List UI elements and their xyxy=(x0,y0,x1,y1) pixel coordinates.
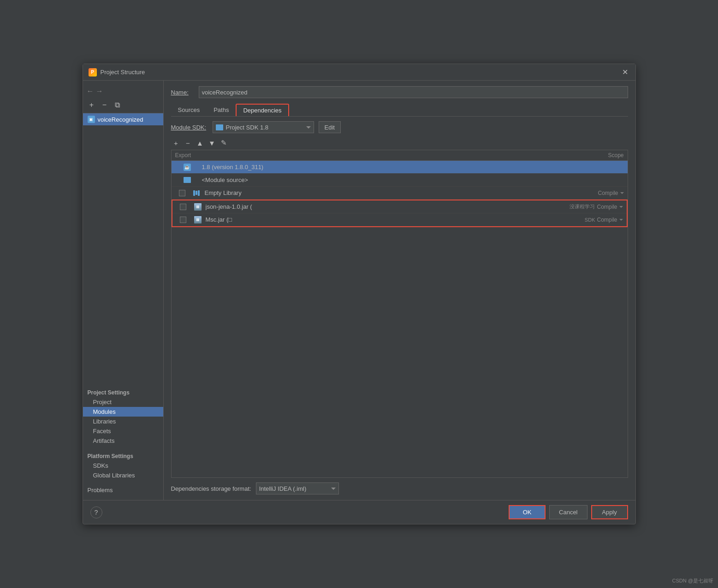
sdk-dropdown[interactable]: Project SDK 1.8 xyxy=(213,121,314,133)
nav-libraries[interactable]: Libraries xyxy=(83,417,163,426)
forward-button[interactable]: → xyxy=(96,87,103,95)
title-bar-left: P Project Structure xyxy=(89,68,145,76)
deps-row-scope-empty-lib: Compile xyxy=(587,190,624,196)
dialog-body: ← → + − ⧉ ▣ voiceRecognized Project Sett… xyxy=(83,81,635,500)
edit-sdk-button[interactable]: Edit xyxy=(319,121,341,133)
app-icon: P xyxy=(89,68,97,76)
nav-facets[interactable]: Facets xyxy=(83,426,163,436)
dialog-title: Project Structure xyxy=(101,69,145,76)
scope-dropdown-arrow-msc[interactable] xyxy=(619,219,623,221)
storage-dropdown[interactable]: IntelliJ IDEA (.iml) xyxy=(256,482,339,494)
storage-format-row: Dependencies storage format: IntelliJ ID… xyxy=(171,482,628,494)
scope-value-empty-lib: Compile xyxy=(598,190,618,196)
deps-row-json-jena[interactable]: ▦ json-jena-1.0.jar ( 没课程学习 Compile xyxy=(172,200,627,213)
left-toolbar: + − ⧉ xyxy=(83,97,163,113)
apply-button[interactable]: Apply xyxy=(591,505,628,519)
deps-row-scope-json-jena: 没课程学习 Compile xyxy=(570,203,623,210)
folder-icon xyxy=(216,124,223,130)
library-icon xyxy=(193,189,201,197)
deps-row-name-msc-jar: Msc.jar (□ xyxy=(206,216,582,223)
sdk-row: Module SDK: Project SDK 1.8 Edit xyxy=(171,121,628,133)
add-module-button[interactable]: + xyxy=(87,100,97,110)
close-button[interactable]: ✕ xyxy=(621,68,630,77)
tab-sources[interactable]: Sources xyxy=(171,104,207,116)
jar-icon-msc: ▦ xyxy=(194,216,202,223)
scope-prefix-json: 没课程学习 xyxy=(570,203,595,210)
storage-value: IntelliJ IDEA (.iml) xyxy=(259,485,307,492)
sdk-value: Project SDK 1.8 xyxy=(226,124,269,131)
nav-sdks[interactable]: SDKs xyxy=(83,461,163,470)
title-bar: P Project Structure ✕ xyxy=(83,64,635,81)
module-item-label: voiceRecognized xyxy=(98,116,143,123)
platform-settings-header: Platform Settings xyxy=(83,449,163,461)
name-label: Name: xyxy=(171,89,194,96)
storage-dropdown-arrow xyxy=(331,488,336,490)
nav-artifacts[interactable]: Artifacts xyxy=(83,436,163,446)
deps-row-name-json-jena: json-jena-1.0.jar ( xyxy=(206,203,567,210)
project-settings-header: Project Settings xyxy=(83,386,163,397)
name-input[interactable] xyxy=(199,86,628,98)
sdk-dropdown-arrow xyxy=(306,126,311,129)
deps-toolbar: + − ▲ ▼ ✎ xyxy=(171,138,628,148)
scope-dropdown-arrow[interactable] xyxy=(620,192,624,194)
nav-modules[interactable]: Modules xyxy=(83,407,163,417)
deps-row-name-jdk: 1.8 (version 1.8.0_311) xyxy=(202,164,584,171)
watermark: CSDN @是七叔呀 xyxy=(672,577,713,584)
ok-button[interactable]: OK xyxy=(509,505,546,519)
scope-dropdown-arrow-json[interactable] xyxy=(619,206,623,208)
msc-jar-checkbox[interactable] xyxy=(180,217,186,223)
scope-col-header: Scope xyxy=(578,152,624,159)
bottom-bar: ? OK Cancel Apply xyxy=(83,500,635,524)
deps-add-button[interactable]: + xyxy=(171,138,181,148)
help-button[interactable]: ? xyxy=(90,506,102,518)
scope-value-msc: Compile xyxy=(597,217,617,223)
left-panel: ← → + − ⧉ ▣ voiceRecognized Project Sett… xyxy=(83,81,164,500)
jar-icon-json: ▦ xyxy=(194,203,202,211)
deps-edit-button[interactable]: ✎ xyxy=(219,138,229,148)
cancel-button[interactable]: Cancel xyxy=(549,505,587,519)
nav-problems[interactable]: Problems xyxy=(83,484,163,496)
remove-module-button[interactable]: − xyxy=(100,100,110,110)
module-item-voicerecognized[interactable]: ▣ voiceRecognized xyxy=(83,113,163,125)
back-button[interactable]: ← xyxy=(87,87,94,95)
copy-module-button[interactable]: ⧉ xyxy=(113,100,123,110)
folder-icon xyxy=(184,177,191,183)
empty-library-checkbox[interactable] xyxy=(179,190,185,196)
project-structure-dialog: P Project Structure ✕ ← → + − ⧉ ▣ voiceR xyxy=(83,64,636,524)
jdk-icon: ☕ xyxy=(184,164,191,171)
scope-prefix-msc: SDK xyxy=(585,217,595,223)
bottom-buttons: OK Cancel Apply xyxy=(509,505,628,519)
deps-down-button[interactable]: ▼ xyxy=(207,138,217,148)
tab-dependencies[interactable]: Dependencies xyxy=(236,104,289,116)
name-col-header xyxy=(212,152,578,159)
module-icon: ▣ xyxy=(88,116,95,123)
module-list: ▣ voiceRecognized xyxy=(83,113,163,382)
tab-paths[interactable]: Paths xyxy=(207,104,236,116)
right-panel: Name: Sources Paths Dependencies Module … xyxy=(164,81,635,500)
deps-row-empty-library[interactable]: Empty Library Compile xyxy=(172,187,628,200)
nav-arrows: ← → xyxy=(83,84,163,97)
deps-up-button[interactable]: ▲ xyxy=(195,138,205,148)
red-outline-deps-area: ▦ json-jena-1.0.jar ( 没课程学习 Compile xyxy=(172,200,628,227)
tabs-row: Sources Paths Dependencies xyxy=(171,104,628,117)
name-row: Name: xyxy=(171,86,628,98)
deps-row-msc-jar[interactable]: ▦ Msc.jar (□ SDK Compile xyxy=(172,213,627,226)
deps-table-header: Export Scope xyxy=(172,150,628,161)
deps-row-jdk[interactable]: ☕ 1.8 (version 1.8.0_311) xyxy=(172,161,628,174)
deps-row-module-source[interactable]: <Module source> xyxy=(172,174,628,187)
json-jena-checkbox[interactable] xyxy=(180,204,186,210)
deps-table: Export Scope ☕ 1.8 (version 1.8.0_311) xyxy=(171,150,628,478)
nav-project[interactable]: Project xyxy=(83,397,163,407)
storage-label: Dependencies storage format: xyxy=(171,485,251,492)
deps-remove-button[interactable]: − xyxy=(183,138,193,148)
deps-row-name-empty-lib: Empty Library xyxy=(205,189,584,196)
nav-global-libraries[interactable]: Global Libraries xyxy=(83,470,163,480)
scope-value-json: Compile xyxy=(597,204,617,210)
deps-row-name-module-source: <Module source> xyxy=(202,176,584,183)
sdk-label: Module SDK: xyxy=(171,124,208,131)
export-col-header: Export xyxy=(175,152,212,159)
deps-row-scope-msc-jar: SDK Compile xyxy=(585,217,623,223)
